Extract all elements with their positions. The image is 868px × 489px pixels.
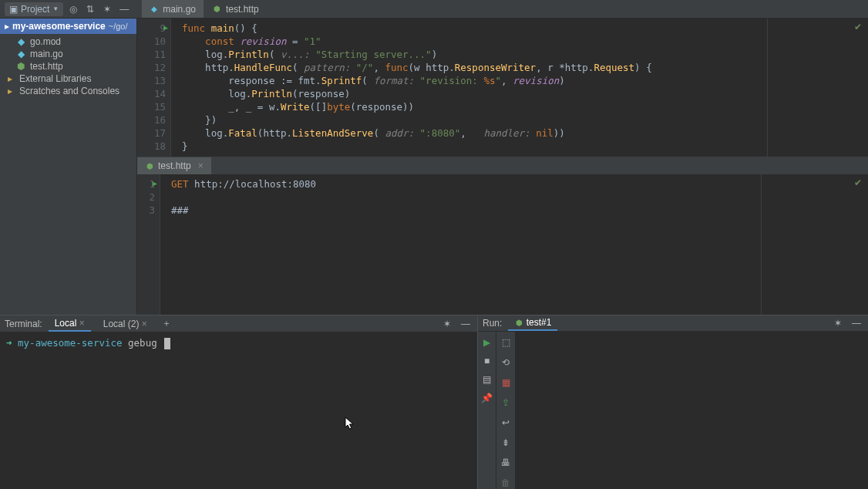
run-gutter-icon[interactable]: ▶	[153, 177, 157, 190]
export-icon[interactable]: ⇪	[500, 396, 512, 409]
line-number: 15	[137, 100, 166, 113]
chevron-down-icon: ▼	[52, 5, 59, 12]
folder-icon: ▣	[9, 4, 18, 15]
tab-test-http[interactable]: ⬢ test.http	[205, 0, 267, 18]
minimize-icon[interactable]: —	[117, 2, 131, 16]
scroll-icon[interactable]: ⇟	[500, 437, 512, 449]
prompt-command: gebug	[128, 337, 163, 349]
terminal-header: Terminal: Local × Local (2) × ＋ ✶ —	[0, 315, 477, 332]
run-header: Run: ⬢ test#1 ✶ —	[478, 315, 868, 332]
run-right-toolbar: ⬚ ⟲ ▦ ⇪ ↩ ⇟ 🖶 🗑	[496, 332, 515, 489]
run-tab[interactable]: ⬢ test#1	[508, 315, 557, 331]
editor-main-go[interactable]: 9 10 11 12 13 14 15 16 17 18 ▶func main(…	[137, 19, 868, 157]
line-number: 2	[137, 191, 155, 204]
file-main-go[interactable]: ◆ main.go	[0, 48, 136, 60]
project-label: Project	[21, 4, 49, 15]
external-libraries[interactable]: ▸ External Libraries	[0, 73, 136, 85]
scratches-consoles[interactable]: ▸ Scratches and Consoles	[0, 85, 136, 97]
run-gutter-icon[interactable]: ▶	[163, 21, 168, 34]
go-file-icon: ◆	[15, 36, 26, 47]
right-margin	[761, 174, 762, 315]
line-number: 12	[137, 61, 166, 74]
terminal-panel: Terminal: Local × Local (2) × ＋ ✶ — ➜ my…	[0, 315, 478, 489]
check-icon[interactable]: ✔	[854, 177, 862, 188]
minimize-icon[interactable]: —	[849, 316, 863, 330]
line-number: 10	[137, 35, 166, 48]
run-config-label: test#1	[527, 317, 552, 328]
project-sidebar: ▸ my-awesome-service ~/go/ ◆ go.mod ◆ ma…	[0, 19, 137, 315]
stop-icon[interactable]: ■	[481, 355, 493, 367]
editor-test-http: ⬢ test.http × 1 2 3 ▶GET http://localhos…	[137, 157, 868, 315]
file-go-mod[interactable]: ◆ go.mod	[0, 35, 136, 48]
prompt-directory: my-awesome-service	[18, 337, 122, 349]
gear-icon[interactable]: ✶	[440, 317, 454, 331]
dump-icon[interactable]: ▦	[500, 376, 512, 389]
close-icon[interactable]: ×	[198, 160, 204, 171]
project-name: my-awesome-service	[12, 21, 106, 32]
print-icon[interactable]: 🖶	[500, 457, 512, 469]
restore-icon[interactable]: ⟲	[500, 356, 512, 369]
line-number: 3	[137, 204, 155, 217]
line-number: 11	[137, 48, 166, 61]
run-panel: Run: ⬢ test#1 ✶ — ▶ ■ ▤ 📌 ⬚ ⟲ ▦ ⇪ ↩	[478, 315, 868, 489]
http-file-icon: ⬢	[514, 319, 523, 328]
gear-icon[interactable]: ✶	[831, 316, 845, 330]
terminal-body[interactable]: ➜ my-awesome-service gebug	[0, 332, 477, 489]
line-number: 18	[137, 140, 166, 153]
check-icon[interactable]: ✔	[854, 22, 862, 32]
split-icon[interactable]: ⇅	[83, 2, 97, 16]
editor-area: 9 10 11 12 13 14 15 16 17 18 ▶func main(…	[137, 19, 868, 315]
editor-tab-bar: ◆ main.go ⬢ test.http	[134, 0, 266, 18]
terminal-tab-local-2[interactable]: Local (2) ×	[97, 317, 153, 331]
project-root[interactable]: ▸ my-awesome-service ~/go/	[0, 19, 136, 34]
http-file-icon: ⬢	[213, 5, 222, 14]
file-label: main.go	[30, 49, 63, 59]
file-test-http[interactable]: ⬢ test.http	[0, 60, 136, 73]
pin-icon[interactable]: 📌	[481, 392, 493, 404]
item-label: Scratches and Consoles	[19, 86, 119, 96]
code-content[interactable]: ▶GET http://localhost:8080 ###	[160, 174, 868, 315]
run-title: Run:	[483, 318, 502, 329]
gutter: 9 10 11 12 13 14 15 16 17 18	[137, 19, 171, 157]
go-file-icon: ◆	[15, 49, 26, 59]
tab-main-go[interactable]: ◆ main.go	[142, 0, 204, 18]
file-label: test.http	[30, 61, 63, 72]
target-icon[interactable]: ◎	[66, 2, 80, 16]
terminal-tab-local[interactable]: Local ×	[49, 316, 91, 332]
line-number: 13	[137, 74, 166, 87]
line-number: 16	[137, 113, 166, 126]
line-number: 9	[137, 22, 166, 35]
file-tree: ◆ go.mod ◆ main.go ⬢ test.http ▸ Externa…	[0, 34, 136, 99]
http-file-icon: ⬢	[15, 61, 26, 72]
scratches-icon: ▸	[5, 86, 15, 96]
gear-icon[interactable]: ✶	[100, 2, 114, 16]
rerun-icon[interactable]: ▶	[481, 336, 493, 349]
tab-label: test.http	[158, 160, 191, 171]
trash-icon[interactable]: 🗑	[500, 477, 512, 489]
line-number: 14	[137, 87, 166, 100]
close-icon[interactable]: ×	[142, 319, 147, 329]
close-icon[interactable]: ×	[79, 318, 85, 329]
right-margin	[767, 19, 768, 157]
layout-icon[interactable]: ▤	[481, 373, 493, 386]
project-dropdown[interactable]: ▣ Project ▼	[5, 2, 63, 16]
tab-test-http-split[interactable]: ⬢ test.http ×	[137, 157, 211, 174]
tab-label: main.go	[163, 4, 196, 15]
run-body: ▶ ■ ▤ 📌 ⬚ ⟲ ▦ ⇪ ↩ ⇟ 🖶 🗑	[478, 332, 868, 489]
run-output[interactable]	[515, 332, 868, 489]
project-path: ~/go/	[109, 22, 128, 31]
prompt-arrow-icon: ➜	[6, 337, 12, 349]
split-tab-bar: ⬢ test.http ×	[137, 157, 868, 174]
minimize-icon[interactable]: —	[459, 317, 473, 331]
item-label: External Libraries	[19, 73, 91, 84]
http-file-icon: ⬢	[145, 161, 154, 170]
tab-label: test.http	[226, 4, 259, 15]
wrap-icon[interactable]: ↩	[500, 416, 512, 429]
terminal-cursor	[164, 338, 170, 349]
code-content[interactable]: ▶func main() { const revision = "1" log.…	[171, 19, 868, 157]
add-terminal-icon[interactable]: ＋	[160, 317, 173, 331]
top-toolbar: ▣ Project ▼ ◎ ⇅ ✶ — ◆ main.go ⬢ test.htt…	[0, 0, 868, 19]
up-icon[interactable]: ⬚	[500, 336, 512, 349]
file-label: go.mod	[30, 36, 61, 47]
library-icon: ▸	[5, 73, 15, 84]
